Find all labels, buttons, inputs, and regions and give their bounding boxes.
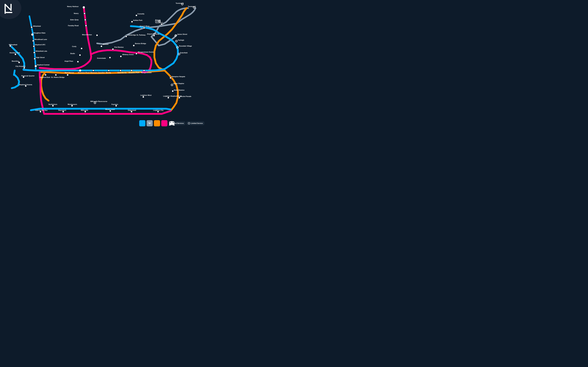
svg-point-36 xyxy=(131,70,132,71)
svg-text:Llyn-by-the-Sea: Llyn-by-the-Sea xyxy=(35,109,47,111)
svg-text:Port Benton: Port Benton xyxy=(114,46,124,48)
svg-point-33 xyxy=(93,70,94,71)
svg-text:Stepford Victoria: Stepford Victoria xyxy=(19,84,32,85)
svg-point-23 xyxy=(34,58,35,60)
svg-text:Leighton West: Leighton West xyxy=(140,94,152,96)
svg-text:Houghton Rake: Houghton Rake xyxy=(34,32,45,34)
svg-text:Morganstown Docks: Morganstown Docks xyxy=(138,51,154,53)
svg-point-16 xyxy=(34,65,37,67)
svg-text:Bodin: Bodin xyxy=(70,53,75,54)
svg-point-37 xyxy=(143,70,145,71)
svg-text:West Benton: West Benton xyxy=(82,34,92,35)
svg-text:Hemdon Park: Hemdon Park xyxy=(9,52,20,54)
svg-point-39 xyxy=(143,27,145,29)
svg-text:Angel Pass: Angel Pass xyxy=(65,60,73,62)
svg-text:Benton Bridge: Benton Bridge xyxy=(135,43,146,44)
legend: W Most Services Limited Service xyxy=(139,120,204,126)
svg-text:Water Newton: Water Newton xyxy=(174,89,185,91)
svg-text:Morganstown: Morganstown xyxy=(141,72,152,74)
svg-point-10 xyxy=(136,53,137,55)
svg-text:Rocket Parade: Rocket Parade xyxy=(180,95,191,97)
svg-point-4 xyxy=(84,19,86,21)
svg-text:Faymere: Faymere xyxy=(111,103,118,105)
svg-point-49 xyxy=(109,110,111,112)
svg-point-11 xyxy=(109,57,111,58)
svg-point-14 xyxy=(79,54,81,56)
svg-text:Whitney Green: Whitney Green xyxy=(122,54,134,55)
svg-text:Starryloch: Starryloch xyxy=(58,109,66,111)
svg-point-31 xyxy=(67,74,68,76)
svg-point-45 xyxy=(172,90,174,92)
svg-text:Cambridge St. Parkway: Cambridge St. Parkway xyxy=(128,34,146,36)
svg-text:Beechley: Beechley xyxy=(12,60,19,62)
svg-text:Elsemere Pond: Elsemere Pond xyxy=(78,72,90,74)
svg-point-5 xyxy=(85,25,87,27)
svg-point-9 xyxy=(133,45,135,46)
svg-point-8 xyxy=(112,48,114,50)
svg-text:Central: Central xyxy=(155,20,161,22)
svg-text:Leighton Stepford Road: Leighton Stepford Road xyxy=(163,95,181,97)
svg-text:Upper Staploe: Upper Staploe xyxy=(173,83,184,84)
svg-text:City Hospital: City Hospital xyxy=(16,65,25,67)
svg-text:Greenslade: Greenslade xyxy=(97,57,106,59)
svg-text:Airport Parkway: Airport Parkway xyxy=(147,33,160,35)
svg-point-15 xyxy=(77,61,79,63)
svg-point-22 xyxy=(33,52,35,53)
svg-point-38 xyxy=(161,23,162,25)
svg-text:Millcastle Racecourse: Millcastle Racecourse xyxy=(90,100,107,102)
svg-point-35 xyxy=(120,70,121,71)
svg-point-42 xyxy=(136,15,137,16)
svg-text:Stepford Central: Stepford Central xyxy=(37,64,49,66)
svg-point-6 xyxy=(96,34,98,36)
svg-text:East Berrily: East Berrily xyxy=(118,72,127,74)
svg-text:Leighton City: Leighton City xyxy=(153,109,164,111)
svg-text:Newry Harbour: Newry Harbour xyxy=(67,6,79,7)
svg-text:Westercoast: Westercoast xyxy=(105,108,115,110)
svg-point-44 xyxy=(170,77,171,79)
svg-point-43 xyxy=(131,21,133,23)
svg-point-7 xyxy=(101,45,102,47)
svg-text:New Harrow: New Harrow xyxy=(65,72,74,74)
svg-text:High Street: High Street xyxy=(36,57,45,58)
svg-text:Hampton Hargate: Hampton Hargate xyxy=(172,76,185,77)
svg-text:Berrily: Berrily xyxy=(106,72,111,74)
svg-point-40 xyxy=(153,35,155,36)
svg-point-21 xyxy=(33,45,35,47)
svg-text:Elsemere Junction: Elsemere Junction xyxy=(90,72,105,74)
svg-point-41 xyxy=(125,35,127,37)
svg-text:Rosedale Village: Rosedale Village xyxy=(179,45,192,47)
svg-point-34 xyxy=(108,70,110,71)
svg-text:St. Helens Bridge: St. Helens Bridge xyxy=(51,76,65,78)
svg-text:Esterfield: Esterfield xyxy=(180,52,187,54)
svg-text:Coxly: Coxly xyxy=(72,46,77,47)
svg-text:Westwyvern: Westwyvern xyxy=(68,103,77,105)
svg-point-3 xyxy=(84,13,85,14)
svg-text:James Street: James Street xyxy=(177,33,187,35)
svg-point-20 xyxy=(32,40,34,42)
svg-text:Newry: Newry xyxy=(74,12,79,14)
svg-text:Terminal 3: Terminal 3 xyxy=(176,2,184,4)
svg-point-25 xyxy=(15,53,16,55)
svg-text:Stepford East: Stepford East xyxy=(40,76,50,78)
svg-text:Faraday Road: Faraday Road xyxy=(68,25,79,26)
svg-text:Connolly: Connolly xyxy=(137,13,145,15)
svg-point-30 xyxy=(55,74,57,76)
svg-text:Willowfield: Willowfield xyxy=(9,44,17,46)
svg-point-12 xyxy=(120,56,122,57)
svg-text:Financial Quarter: Financial Quarter xyxy=(21,75,35,77)
svg-point-29 xyxy=(45,74,46,76)
svg-text:Whitefield Lido: Whitefield Lido xyxy=(35,50,47,52)
svg-text:Terminal 2: Terminal 2 xyxy=(188,6,196,7)
svg-text:Whitefield: Whitefield xyxy=(33,25,41,27)
svg-point-13 xyxy=(81,48,83,49)
svg-text:Benton: Benton xyxy=(103,43,109,45)
legend-pink-icon xyxy=(161,120,167,126)
svg-point-46 xyxy=(167,97,169,99)
svg-text:Eden Quay: Eden Quay xyxy=(70,19,79,21)
svg-text:Beaulieu Park: Beaulieu Park xyxy=(129,72,139,74)
svg-point-18 xyxy=(31,26,33,28)
svg-text:Airport West: Airport West xyxy=(140,25,149,27)
svg-point-56 xyxy=(142,96,144,98)
svg-text:Farleigh: Farleigh xyxy=(178,39,184,41)
svg-text:Northshore: Northshore xyxy=(49,103,57,105)
